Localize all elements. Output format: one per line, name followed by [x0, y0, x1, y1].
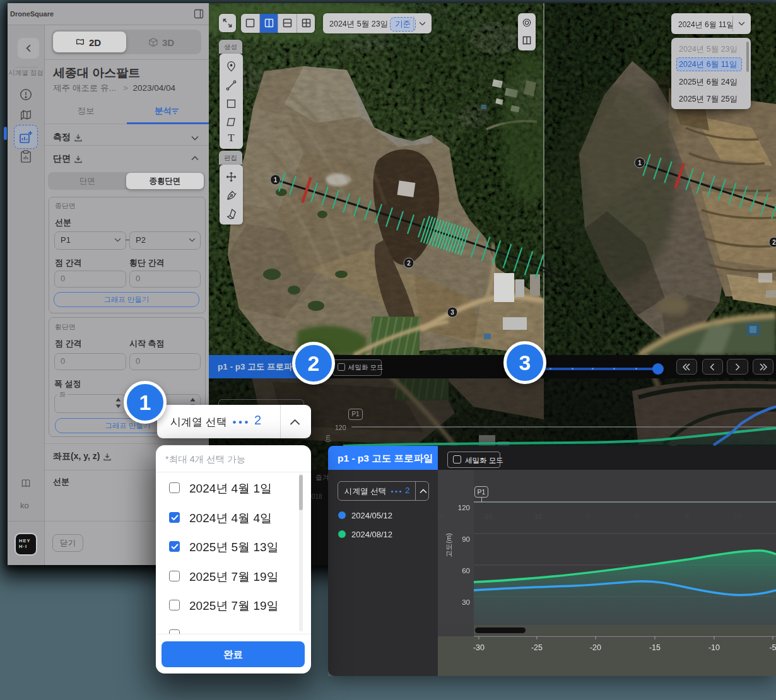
svg-text:-15: -15	[483, 513, 493, 520]
svg-text:-25: -25	[531, 643, 543, 652]
svg-text:-5: -5	[769, 643, 776, 652]
svg-text:-10: -10	[532, 513, 542, 520]
svg-text:1: 1	[638, 160, 642, 166]
svg-text:2: 2	[772, 239, 776, 246]
svg-text:-10: -10	[708, 643, 720, 652]
svg-text:-5: -5	[584, 513, 590, 520]
svg-text:2: 2	[407, 260, 411, 267]
svg-text:3: 3	[450, 309, 454, 316]
svg-text:10: 10	[733, 513, 741, 520]
svg-text:0: 0	[635, 513, 639, 520]
svg-text:1: 1	[274, 177, 278, 184]
svg-text:20: 20	[438, 513, 444, 520]
svg-text:-30: -30	[473, 643, 485, 652]
svg-text:-20: -20	[590, 643, 601, 652]
svg-text:5: 5	[685, 513, 689, 520]
svg-text:-15: -15	[649, 643, 661, 652]
